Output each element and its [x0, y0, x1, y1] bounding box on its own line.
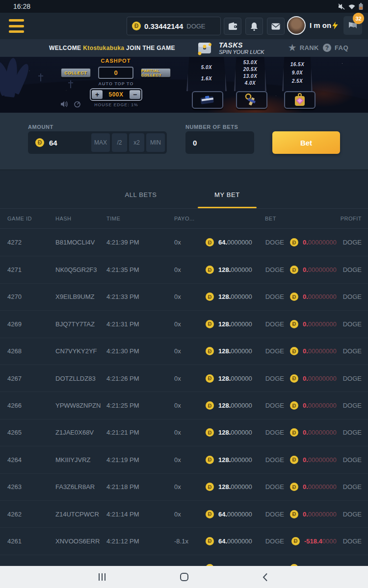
payout-cell: 0x [174, 511, 206, 518]
partial-collect-button[interactable]: PARTIAL COLLECT [141, 68, 171, 77]
profit-currency: DOGE [343, 511, 362, 518]
table-row[interactable]: 4265 Z1JAE0X68V 4:21:21 PM 0x Đ 128.0000… [0, 419, 368, 446]
bet-value: 128.000000 [218, 402, 252, 409]
gem-item[interactable] [284, 91, 315, 109]
min-button[interactable]: MIN [146, 133, 165, 152]
wallet-button[interactable] [224, 18, 241, 35]
doge-coin-icon: Đ [290, 483, 298, 491]
ankh-item[interactable] [236, 91, 267, 109]
sound-icon[interactable] [61, 101, 68, 107]
max-button[interactable]: MAX [91, 133, 110, 152]
time-cell: 4:21:39 PM [106, 239, 174, 246]
hash-cell: Z1JAE0X68V [55, 429, 106, 436]
avatar[interactable] [287, 16, 306, 35]
grave-cross [70, 80, 71, 88]
tasks-title: TASKS [219, 41, 264, 49]
increase-button[interactable]: + [92, 90, 103, 99]
table-row[interactable]: 4267 DOTZLLDZ83 4:21:26 PM 0x Đ 128.0000… [0, 365, 368, 392]
tab-all-bets[interactable]: ALL BETS [98, 191, 184, 208]
profit-value: 0.00000000 [303, 293, 337, 300]
bet-currency: DOGE [265, 511, 284, 518]
profit-cell: Đ -518.40000 DOGE [284, 537, 368, 545]
double-button[interactable]: x2 [129, 133, 144, 152]
half-button[interactable]: /2 [112, 133, 127, 152]
number-of-bets-input[interactable]: 0 [185, 131, 254, 154]
profit-value: 0.00000000 [303, 511, 337, 518]
hash-cell: DOTZLLDZ83 [55, 375, 106, 382]
back-button[interactable] [250, 566, 280, 588]
star-icon: ★ [289, 44, 296, 52]
bet-cell: Đ 128.000000 DOGE [206, 374, 284, 383]
payout-cell: -8.1x [174, 538, 206, 545]
home-button[interactable] [169, 566, 199, 588]
collect-button[interactable]: COLLECT [61, 68, 91, 77]
profit-cell: Đ 0.00000000 DOGE [284, 320, 368, 328]
profit-currency: DOGE [343, 456, 362, 464]
table-row[interactable]: 4262 Z14UTCPWCR 4:21:14 PM 0x Đ 64.00000… [0, 500, 368, 527]
game-id-cell: 4272 [0, 239, 55, 246]
battery-icon [359, 3, 363, 10]
table-header: GAME ID HASH TIME PAYO... BET PROFIT [0, 208, 368, 229]
payout-cell: 0x [174, 266, 206, 273]
doge-coin-icon: Đ [35, 138, 44, 147]
table-row[interactable]: 4264 MKIIIYJVRZ 4:21:19 PM 0x Đ 128.0000… [0, 446, 368, 473]
wifi-icon [348, 3, 356, 10]
time-cell: 4:21:31 PM [106, 320, 174, 328]
profit-value: 0.00000000 [303, 239, 337, 246]
profit-value: 0.00000000 [303, 266, 337, 273]
table-row[interactable]: 4270 X9EILB9UMZ 4:21:33 PM 0x Đ 128.0000… [0, 283, 368, 310]
doge-coin-icon: Đ [206, 537, 214, 545]
bet-value: 128.000000 [218, 375, 252, 382]
bet-currency: DOGE [265, 239, 284, 246]
notifications-button[interactable] [245, 18, 263, 35]
bet-cell: Đ 128.000000 DOGE [206, 483, 284, 491]
table-row[interactable]: 4266 YPWW8ZNPZN 4:21:25 PM 0x Đ 128.0000… [0, 392, 368, 418]
username[interactable]: I m on [310, 21, 338, 29]
doge-coin-icon: Đ [206, 510, 214, 518]
rank-link[interactable]: ★ RANK [289, 44, 319, 52]
bet-value: 128.000000 [218, 347, 252, 355]
number-of-bets-label: NUMBER OF BETS [185, 124, 238, 130]
table-row[interactable]: 4261 XNVOOS6ERR 4:21:12 PM -8.1x Đ 64.00… [0, 527, 368, 554]
doge-coin-icon: Đ [132, 22, 141, 30]
faq-link[interactable]: ? FAQ [323, 44, 348, 52]
profit-currency: DOGE [343, 402, 362, 409]
book-item[interactable] [192, 91, 223, 109]
payout-cell: 0x [174, 483, 206, 490]
tasks-link[interactable]: TASKS SPIN YOUR LUCK [196, 41, 264, 55]
payout-cell: 0x [174, 429, 206, 436]
recents-button[interactable] [87, 566, 117, 588]
table-row[interactable]: 4268 CN7VYKY2YF 4:21:30 PM 0x Đ 128.0000… [0, 338, 368, 365]
profit-cell: Đ 0.00000000 DOGE [284, 238, 368, 246]
game-id-cell: 4271 [0, 266, 55, 273]
bet-value: 128.000000 [218, 429, 252, 436]
profit-value: 0.00000000 [303, 456, 337, 464]
game-id-cell: 4270 [0, 293, 55, 300]
time-cell: 4:21:26 PM [106, 375, 174, 382]
table-row[interactable]: 4271 NK0Q5GR2F3 4:21:35 PM 0x Đ 128.0000… [0, 256, 368, 283]
balance-currency: DOGE [186, 23, 205, 30]
mail-button[interactable] [267, 18, 285, 35]
profit-cell: Đ 0.00000000 DOGE [284, 483, 368, 491]
profit-currency: DOGE [343, 429, 362, 436]
balance-selector[interactable]: Đ 0.33442144 DOGE [127, 17, 221, 35]
bet-value: 128.000000 [218, 483, 252, 490]
hash-cell: B81MOCLI4V [55, 239, 106, 246]
game-id-cell: 4265 [0, 429, 55, 436]
tab-my-bet[interactable]: MY BET [184, 191, 270, 208]
table-row[interactable]: 4263 FA3Z6LR8AR 4:21:18 PM 0x Đ 128.0000… [0, 473, 368, 500]
wallet-icon [228, 22, 237, 30]
game-id-cell: 4266 [0, 402, 55, 409]
bet-value: 128.000000 [218, 266, 252, 273]
profit-value: 0.00000000 [303, 320, 337, 328]
amount-input[interactable]: Đ 64 MAX /2 x2 MIN [28, 131, 167, 154]
table-row[interactable]: 4272 B81MOCLI4V 4:21:39 PM 0x Đ 64.00000… [0, 229, 368, 256]
bet-value: 64.0000000 [218, 538, 252, 545]
decrease-button[interactable]: − [130, 90, 140, 99]
table-row[interactable]: 4269 BJQ7TY7TAZ 4:21:31 PM 0x Đ 128.0000… [0, 310, 368, 337]
clock: 16:28 [13, 2, 30, 10]
chest-icon [196, 41, 214, 55]
bet-button[interactable]: Bet [272, 131, 340, 154]
shell-icon[interactable] [74, 101, 81, 108]
menu-button[interactable] [9, 19, 24, 33]
